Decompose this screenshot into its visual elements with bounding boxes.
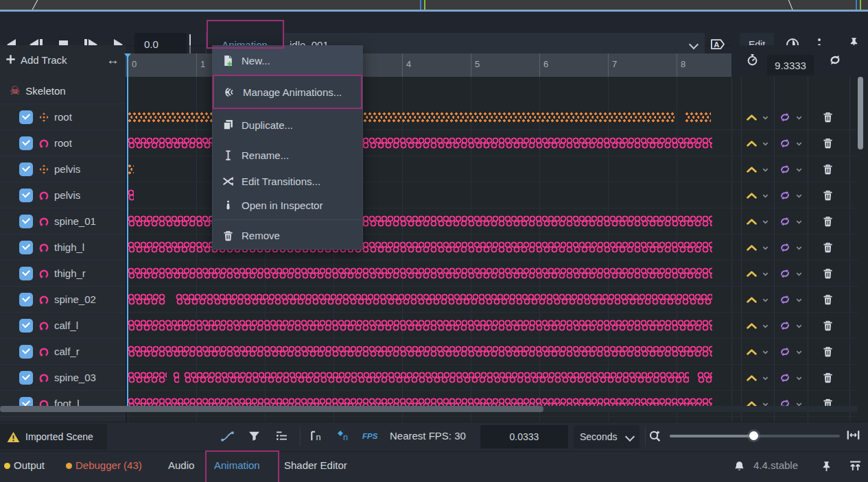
- track-row-pelvis[interactable]: pelvis: [0, 156, 126, 182]
- delete-track-button[interactable]: [808, 216, 848, 227]
- track-row-pelvis[interactable]: pelvis: [0, 182, 126, 208]
- vertical-scrollbar-thumb[interactable]: [858, 77, 863, 149]
- delete-track-button[interactable]: [808, 164, 848, 175]
- snap-step-input[interactable]: 0.0333: [480, 425, 568, 448]
- keyframes[interactable]: [685, 111, 711, 123]
- menu-item-remove[interactable]: Remove: [213, 222, 362, 249]
- track-enabled-checkbox[interactable]: [19, 267, 33, 280]
- vertical-scrollbar[interactable]: [858, 77, 863, 406]
- pin-icon[interactable]: [822, 461, 831, 472]
- zoom-slider-handle[interactable]: [749, 431, 758, 440]
- track-enabled-checkbox[interactable]: [19, 241, 33, 254]
- keyframes[interactable]: [128, 346, 712, 358]
- playhead[interactable]: [127, 53, 128, 406]
- track-enabled-checkbox[interactable]: [19, 345, 33, 359]
- keyframe-lane-thigh_r[interactable]: [126, 261, 858, 287]
- bell-icon[interactable]: [734, 461, 744, 472]
- track-row-spine_01[interactable]: spine_01: [0, 208, 126, 234]
- track-row-foot_l[interactable]: foot_l: [0, 391, 126, 417]
- keyframes[interactable]: [128, 267, 712, 280]
- bezier-curves-icon[interactable]: [221, 431, 234, 442]
- interpolation-mode[interactable]: [741, 218, 774, 226]
- track-row-thigh_r[interactable]: thigh_r: [0, 261, 126, 287]
- animation-dropdown-chevron-icon[interactable]: [688, 38, 700, 51]
- delete-track-button[interactable]: [808, 190, 848, 201]
- track-row-calf_l[interactable]: calf_l: [0, 313, 126, 339]
- loop-animation-icon[interactable]: [829, 54, 841, 66]
- bottom-tab-output[interactable]: Output: [14, 459, 45, 471]
- keyframes[interactable]: [128, 111, 675, 123]
- track-enabled-checkbox[interactable]: [19, 319, 33, 333]
- add-track-button[interactable]: Add Track: [21, 54, 67, 66]
- menu-item-open-in-inspector[interactable]: Open in Inspector: [213, 193, 362, 217]
- delete-track-button[interactable]: [808, 138, 848, 149]
- delete-track-button[interactable]: [808, 242, 848, 253]
- keyframe-lane-foot_l[interactable]: [126, 391, 858, 417]
- loop-mode[interactable]: [774, 138, 808, 148]
- bottom-tab-debugger-----[interactable]: Debugger (43): [75, 459, 142, 471]
- interpolation-mode[interactable]: [741, 192, 774, 200]
- keyframes[interactable]: [176, 293, 712, 306]
- track-enabled-checkbox[interactable]: [19, 371, 33, 385]
- track-enabled-checkbox[interactable]: [19, 110, 33, 124]
- track-enabled-checkbox[interactable]: [19, 136, 33, 150]
- loop-mode[interactable]: [774, 295, 808, 304]
- playhead-cap[interactable]: [124, 53, 131, 58]
- track-row-spine_03[interactable]: spine_03: [0, 365, 126, 391]
- track-row-spine_02[interactable]: spine_02: [0, 287, 126, 313]
- keyframes[interactable]: [184, 372, 689, 384]
- playback-time-input[interactable]: 0.0: [134, 33, 187, 55]
- track-row-root[interactable]: root: [0, 104, 126, 130]
- track-enabled-checkbox[interactable]: [19, 293, 33, 306]
- snap-unit-select[interactable]: Seconds: [574, 425, 640, 448]
- delete-track-button[interactable]: [808, 268, 848, 279]
- interpolation-mode[interactable]: [741, 140, 774, 147]
- menu-item-rename---[interactable]: Rename...: [213, 141, 362, 169]
- track-row-thigh_l[interactable]: thigh_l: [0, 234, 126, 261]
- autoplay-icon[interactable]: A: [709, 38, 726, 50]
- track-row-root[interactable]: root: [0, 130, 126, 156]
- version-label[interactable]: 4.4.stable: [753, 459, 798, 471]
- keyframes[interactable]: [128, 293, 165, 306]
- keyframes[interactable]: [128, 372, 167, 384]
- interpolation-mode[interactable]: [741, 296, 774, 304]
- delete-track-button[interactable]: [808, 294, 848, 305]
- group-tracks-icon[interactable]: [276, 431, 288, 441]
- loop-mode[interactable]: [774, 165, 808, 174]
- keyframes[interactable]: [173, 372, 179, 384]
- interpolation-mode[interactable]: [741, 374, 774, 382]
- horizontal-scrollbar-thumb[interactable]: [0, 406, 543, 412]
- interpolation-mode[interactable]: [741, 166, 774, 173]
- loop-mode[interactable]: [774, 321, 808, 330]
- menu-item-manage-animations---[interactable]: Manage Animations...: [213, 75, 362, 109]
- fit-timeline-icon[interactable]: [847, 430, 860, 440]
- interpolation-mode[interactable]: [741, 244, 774, 252]
- keyframes[interactable]: [128, 320, 712, 332]
- loop-mode[interactable]: [774, 112, 808, 122]
- pan-timeline-icon[interactable]: ↔: [106, 53, 119, 68]
- track-row-calf_r[interactable]: calf_r: [0, 339, 126, 365]
- menu-item-new---[interactable]: New...: [213, 46, 362, 75]
- interpolation-mode[interactable]: [741, 322, 774, 330]
- keyframes[interactable]: [128, 189, 134, 202]
- expand-panel-icon[interactable]: [849, 461, 861, 471]
- track-enabled-checkbox[interactable]: [19, 215, 33, 228]
- loop-mode[interactable]: [774, 347, 808, 357]
- time-spin-down[interactable]: [189, 45, 200, 53]
- bottom-tab-shader-editor[interactable]: Shader Editor: [284, 459, 347, 471]
- loop-mode[interactable]: [774, 217, 808, 226]
- bottom-tab-animation[interactable]: Animation: [214, 459, 260, 471]
- time-spin-up[interactable]: [189, 34, 200, 43]
- delete-track-button[interactable]: [808, 372, 848, 383]
- animation-length-input[interactable]: 9.3333: [767, 55, 814, 75]
- filter-tracks-icon[interactable]: [248, 431, 260, 442]
- zoom-slider[interactable]: [670, 435, 840, 437]
- fps-mode-icon[interactable]: FPS: [362, 431, 382, 440]
- track-enabled-checkbox[interactable]: [19, 189, 33, 202]
- delete-track-button[interactable]: [808, 346, 848, 357]
- keyframe-lane-calf_l[interactable]: [126, 313, 858, 339]
- snap-keys-icon[interactable]: n: [336, 431, 350, 442]
- keyframe-lane-calf_r[interactable]: [126, 339, 858, 365]
- interpolation-mode[interactable]: [741, 114, 774, 121]
- delete-track-button[interactable]: [808, 112, 848, 123]
